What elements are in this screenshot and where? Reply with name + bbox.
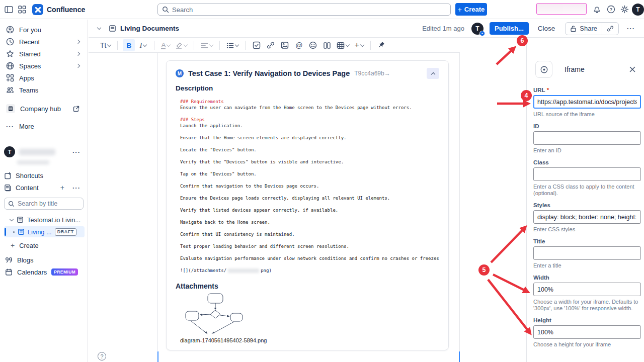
help-icon[interactable]: ? — [98, 352, 106, 360]
global-search[interactable] — [157, 4, 451, 16]
panel-field-width: WidthChoose a width for your iframe. Def… — [533, 275, 641, 312]
page-header: Living Documents Edited 1m ago T a Publi… — [89, 20, 644, 38]
bullet-list-button[interactable] — [225, 39, 240, 51]
field-label: ID — [533, 123, 641, 129]
task-checkbox-button[interactable] — [251, 39, 263, 51]
text-color-button[interactable]: A — [159, 39, 172, 51]
plus-icon: + — [458, 6, 462, 14]
collaborator-avatar[interactable]: T a — [471, 23, 484, 35]
alignment-button[interactable] — [199, 39, 214, 51]
panel-field-title: TitleEnter a title — [533, 238, 641, 269]
attachment-diagram-thumbnail[interactable] — [179, 292, 439, 336]
link-button[interactable] — [265, 39, 277, 51]
text-style-button[interactable]: Tt — [99, 39, 112, 51]
sidebar-item-apps[interactable]: Apps — [0, 72, 88, 84]
chevron-down-icon — [10, 217, 14, 221]
search-input[interactable] — [172, 6, 450, 14]
add-content-icon[interactable]: + — [60, 184, 64, 192]
chevron-down-icon — [360, 42, 364, 46]
insert-more-button[interactable]: + — [353, 39, 365, 51]
user-avatar[interactable]: T — [632, 4, 644, 16]
sidebar-item-starred[interactable]: Starred — [0, 48, 88, 60]
layout-columns-button[interactable] — [321, 39, 333, 51]
content-search-input[interactable] — [18, 200, 83, 207]
collapse-sidebar-icon[interactable] — [5, 6, 13, 14]
table-button[interactable] — [335, 39, 351, 51]
sidebar-item-shortcuts[interactable]: Shortcuts — [0, 169, 88, 182]
iframe-macro-icon[interactable] — [535, 61, 552, 78]
confluence-logo[interactable] — [32, 4, 43, 15]
field-input-width[interactable] — [533, 283, 641, 296]
redacted-space-name — [19, 149, 55, 155]
more-horizontal-icon[interactable]: ··· — [72, 148, 80, 156]
test-case-id-link[interactable]: T9cc4a69b→ — [354, 70, 390, 77]
field-input-styles[interactable] — [533, 210, 641, 224]
sidebar-item-spaces[interactable]: Spaces — [0, 60, 88, 72]
redacted-region — [536, 3, 587, 15]
space-header[interactable]: T ··· — [0, 145, 88, 158]
iframe-config-panel: Iframe URL *URL source of the iframeIDEn… — [526, 38, 644, 362]
sidebar-item-for-you[interactable]: For you — [0, 24, 88, 36]
code-line: Verify that the "Devices" button is visi… — [180, 159, 439, 165]
image-button[interactable] — [279, 39, 291, 51]
copy-link-button[interactable] — [602, 23, 618, 35]
create-button[interactable]: + Create — [455, 3, 487, 16]
pin-toolbar-button[interactable] — [376, 39, 388, 51]
panel-field-class: ClassEnter a CSS class to apply to the c… — [533, 159, 641, 197]
help-icon[interactable]: ? — [607, 5, 615, 14]
tree-create-button[interactable]: + Create — [0, 240, 88, 251]
code-heading-line: ### Steps — [180, 117, 439, 123]
field-input-id[interactable] — [533, 131, 641, 145]
sidebar-item-company-hub[interactable]: Company hub — [0, 102, 88, 115]
selected-iframe-border-right — [459, 351, 460, 362]
search-icon — [8, 201, 15, 207]
sidebar-item-calendars[interactable]: Calendars PREMIUM — [0, 266, 88, 278]
top-navigation-bar: Confluence + Create ? T — [0, 0, 644, 19]
sidebar-item-content[interactable]: Content + ··· — [0, 182, 88, 194]
close-button[interactable]: Close — [538, 25, 555, 32]
annotation-badge-4: 4 — [521, 90, 532, 101]
settings-gear-icon[interactable] — [620, 5, 629, 14]
sidebar-item-blogs[interactable]: Blogs — [0, 254, 88, 266]
more-horizontal-icon[interactable]: ··· — [72, 184, 80, 192]
globe-icon — [6, 62, 14, 70]
bold-button[interactable]: B — [123, 39, 135, 51]
sidebar-item-more[interactable]: ··· More — [0, 120, 88, 132]
mention-button[interactable]: @ — [293, 39, 305, 51]
more-actions-icon[interactable]: ··· — [627, 25, 635, 32]
close-icon[interactable] — [629, 66, 636, 73]
field-helper: Enter a CSS class to apply to the conten… — [533, 184, 641, 197]
field-input-height[interactable] — [533, 325, 641, 339]
code-line: Ensure that the Home screen elements are… — [180, 135, 439, 141]
app-switcher-icon[interactable] — [18, 6, 26, 14]
content-search[interactable] — [4, 198, 84, 210]
editor-right-border — [459, 52, 460, 351]
collapse-card-button[interactable] — [427, 68, 439, 79]
share-button[interactable]: Share — [566, 23, 602, 35]
code-heading-line: ### Requirements — [180, 99, 439, 105]
highlight-button[interactable] — [174, 39, 189, 51]
arrow-to-styles-field — [491, 229, 523, 262]
chevron-up-icon — [431, 72, 435, 76]
field-input-title[interactable] — [533, 246, 641, 260]
share-button-group: Share — [565, 22, 619, 35]
emoji-button[interactable] — [307, 39, 319, 51]
tree-item-parent[interactable]: Testomat.io Livin... — [0, 215, 88, 225]
svg-text:?: ? — [610, 7, 613, 12]
italic-button[interactable]: I — [137, 39, 149, 51]
sidebar-item-recent[interactable]: Recent — [0, 36, 88, 48]
notifications-bell-icon[interactable] — [593, 5, 601, 14]
panel-fields: URL *URL source of the iframeIDEnter an … — [533, 87, 641, 353]
tree-item-current-draft[interactable]: Living ... DRAFT — [4, 226, 85, 237]
publish-button[interactable]: Publish... — [490, 22, 529, 35]
breadcrumb[interactable]: Living Documents — [120, 25, 179, 32]
bullet-icon — [13, 231, 15, 233]
breadcrumb-chevron-down-icon[interactable] — [97, 26, 101, 30]
arrow-to-width-field — [493, 275, 525, 291]
shortcuts-icon — [4, 172, 12, 179]
field-input-url[interactable] — [533, 95, 641, 109]
field-helper: Enter a title — [533, 262, 641, 269]
sidebar-item-teams[interactable]: Teams — [0, 84, 88, 96]
field-input-class[interactable] — [533, 167, 641, 181]
selected-iframe-border-left — [157, 351, 158, 362]
